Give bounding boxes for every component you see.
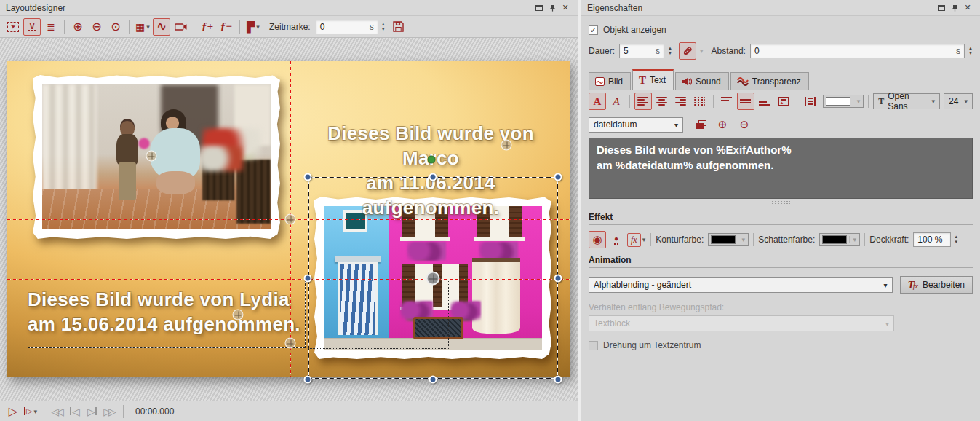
pin-button[interactable] [948,2,961,14]
chevron-down-icon: ▾ [642,236,646,243]
layers-icon: ≣ [47,21,55,33]
resize-handle-w[interactable] [304,275,312,283]
chevron-down-icon: ▾ [700,47,704,55]
maximize-button[interactable] [533,2,546,14]
resize-handle-nw[interactable] [304,173,312,181]
path-point-handle[interactable] [285,338,296,349]
close-button[interactable]: ✕ [559,2,572,14]
effekt-header: Effekt [589,212,973,225]
variable-select[interactable]: dateidatum ▾ [589,117,683,133]
path-point-handle[interactable] [501,140,512,151]
effect-outline-button[interactable]: ◉ [589,231,606,248]
layout-canvas-area[interactable]: Dieses Bild wurde von Marco am 11.06.201… [0,38,578,401]
skip-to-end-button[interactable]: ▷▷ [103,404,117,420]
resize-handle-e[interactable] [554,275,562,283]
layers-tool-button[interactable]: ≣ [42,18,60,36]
path-point-handle[interactable] [146,151,157,162]
pin-button[interactable] [546,2,559,14]
next-frame-button[interactable]: ▷ [85,404,100,420]
slide-canvas[interactable]: Dieses Bild wurde von Marco am 11.06.201… [7,61,570,377]
zoom-original-button[interactable]: ⊙ [107,18,124,36]
schattenfarbe-picker[interactable]: ▾ [819,233,860,246]
konturfarbe-picker[interactable]: ▾ [708,233,749,246]
maximize-button[interactable] [935,2,948,14]
drehung-checkbox[interactable] [589,341,598,350]
spin-up-icon[interactable]: ▲ [381,22,386,27]
save-layout-button[interactable] [390,18,407,36]
spin-down-icon[interactable]: ▼ [381,27,386,32]
chevron-down-icon: ▾ [964,98,968,105]
align-right-button[interactable] [672,93,690,110]
dauer-input[interactable]: 5 s [619,44,664,58]
resize-handle-s[interactable] [429,376,437,384]
abstand-input[interactable]: 0 s [750,44,965,58]
editor-zoom-in-button[interactable]: ⊕ [714,116,731,133]
curve-select-tool-button[interactable]: ∨ [23,18,41,36]
resize-handle-ne[interactable] [554,173,562,181]
text-scale-button[interactable]: ▛▾ [244,18,262,36]
close-button[interactable]: ✕ [961,2,974,14]
camera-pan-button[interactable] [172,18,189,36]
zoom-out-button[interactable]: ⊖ [88,18,105,36]
deckkraft-spinner[interactable]: ▲▼ [954,235,958,245]
zeitmarke-spinner[interactable]: ▲ ▼ [381,22,386,32]
motion-path-tool-button[interactable]: ∿ [153,18,170,36]
spin-down-icon[interactable]: ▼ [954,240,958,245]
spin-up-icon[interactable]: ▲ [668,46,672,51]
valign-top-button[interactable] [718,93,736,110]
abstand-spinner[interactable]: ▲▼ [968,46,973,56]
font-color-picker[interactable]: ▾ [823,95,864,108]
animation-select[interactable]: Alphablending - geändert ▾ [589,277,893,293]
keyframe-remove-button[interactable]: ƒ− [218,18,235,36]
object-center-handle[interactable] [426,272,440,286]
link-duration-button[interactable] [679,42,696,60]
tab-transparenz[interactable]: Transparenz [730,72,809,90]
keyframe-add-button[interactable]: ƒ+ [199,18,216,36]
resize-handle-sw[interactable] [304,376,312,384]
text-on-image-button[interactable]: ▴ [775,93,792,110]
separator [239,20,240,34]
layoutdesigner-panel: Layoutdesigner ✕ ➤ ∨ ≣ ⊕ ⊖ ⊙ ▦▾ ∿ ƒ+ ƒ− … [0,0,578,421]
zeitmarke-input[interactable]: 0 s [316,20,378,34]
path-start-point[interactable] [428,156,436,164]
text-editor[interactable]: Dieses Bild wurde von %ExifAuthor% am %d… [589,138,973,199]
effect-fx-button[interactable]: fx▾ [626,231,646,248]
align-center-button[interactable] [653,93,671,110]
zoom-in-button[interactable]: ⊕ [69,18,87,36]
tab-bild[interactable]: Bild [589,72,631,90]
deckkraft-input[interactable]: 100 % [913,232,951,247]
editor-zoom-out-button[interactable]: ⊖ [736,116,753,133]
play-from-timemark-button[interactable]: ▷▾ [23,404,38,420]
insert-variable-button[interactable] [692,116,709,133]
font-family-select[interactable]: T Open Sans ▾ [873,93,940,109]
resize-handle-n[interactable] [429,173,437,181]
effect-shadow-button[interactable]: ● [607,231,625,248]
play-button[interactable]: ▷ [6,404,20,420]
tab-sound[interactable]: Sound [675,72,729,90]
grid-button[interactable]: ▦▾ [134,18,151,36]
font-size-select[interactable]: 24 ▾ [944,93,973,109]
dauer-spinner[interactable]: ▲▼ [668,46,672,56]
align-justify-button[interactable] [691,93,709,110]
editor-resize-grip[interactable] [589,199,973,205]
autofit-text-button[interactable] [801,93,818,110]
path-point-handle[interactable] [285,214,296,225]
skip-to-start-button[interactable]: ◁◁ [50,404,65,420]
previous-frame-button[interactable]: ◁ [68,404,82,420]
spin-down-icon[interactable]: ▼ [968,51,973,56]
bold-button[interactable]: A [589,93,606,110]
valign-bottom-button[interactable] [756,93,773,110]
bearbeiten-button[interactable]: Tfx Bearbeiten [900,276,973,294]
spin-down-icon[interactable]: ▼ [668,51,672,56]
path-point-handle[interactable] [233,310,244,320]
select-tool-button[interactable]: ➤ [4,18,22,36]
valign-middle-button[interactable] [737,93,754,110]
resize-handle-se[interactable] [554,376,562,384]
tab-text[interactable]: T Text [632,69,674,90]
spin-up-icon[interactable]: ▲ [954,235,958,240]
property-tabs: Bild T Text Sound Transparenz [589,69,973,90]
italic-button[interactable]: A [607,93,625,110]
align-left-button[interactable] [634,93,652,110]
objekt-anzeigen-checkbox[interactable]: ✓ [589,25,598,35]
spin-up-icon[interactable]: ▲ [968,46,973,51]
